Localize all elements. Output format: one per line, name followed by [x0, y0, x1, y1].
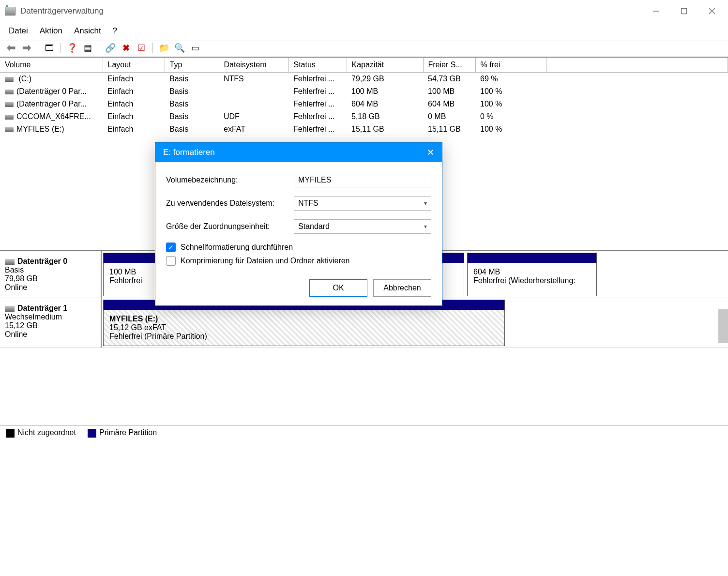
- col-freespace[interactable]: Freier S...: [423, 58, 475, 73]
- check-icon[interactable]: ☑: [135, 42, 148, 54]
- legend-primary-label: Primäre Partition: [99, 428, 157, 437]
- volume-label-label: Volumebezeichnung:: [166, 176, 294, 184]
- format-dialog: E: formatieren ✕ Volumebezeichnung: Zu v…: [155, 142, 442, 306]
- column-headers: Volume Layout Typ Dateisystem Status Kap…: [0, 58, 728, 73]
- folder-search-icon[interactable]: 🔍: [173, 42, 186, 54]
- svg-rect-1: [682, 9, 687, 14]
- menu-action[interactable]: Aktion: [40, 26, 62, 36]
- cancel-button[interactable]: Abbrechen: [373, 279, 431, 297]
- disk-icon: [5, 259, 15, 265]
- partition[interactable]: MYFILES (E:)15,12 GB exFATFehlerfrei (Pr…: [103, 300, 505, 346]
- toolbar: ⬅ ➡ 🗔 ❓ ▤ 🔗 ✖ ☑ 📁 🔍 ▭: [0, 41, 728, 58]
- col-status[interactable]: Status: [288, 58, 347, 73]
- filesystem-select[interactable]: NTFS ▾: [294, 196, 431, 211]
- disk-icon: [5, 115, 14, 120]
- table-row[interactable]: (C:)EinfachBasisNTFSFehlerfrei ...79,29 …: [0, 73, 728, 86]
- table-row[interactable]: (Datenträger 0 Par...EinfachBasisFehlerf…: [0, 85, 728, 98]
- legend-primary-swatch: [88, 429, 96, 438]
- legend-unallocated-swatch: [6, 429, 15, 438]
- partition[interactable]: 604 MBFehlerfrei (Wiederherstellung:: [467, 253, 597, 296]
- window-title: Datenträgerverwaltung: [20, 6, 104, 16]
- ok-button[interactable]: OK: [309, 279, 367, 297]
- help-icon[interactable]: ❓: [66, 42, 78, 54]
- properties-icon[interactable]: ▭: [189, 42, 201, 54]
- table-row[interactable]: CCCOMA_X64FRE...EinfachBasisUDFFehlerfre…: [0, 110, 728, 123]
- maximize-button[interactable]: [670, 1, 698, 21]
- show-hide-icon[interactable]: 🗔: [43, 42, 56, 54]
- disk-icon: [5, 90, 14, 94]
- menubar: Datei Aktion Ansicht ?: [0, 22, 728, 41]
- minimize-button[interactable]: [642, 1, 670, 21]
- quick-format-checkbox[interactable]: ✓: [166, 243, 176, 252]
- col-volume[interactable]: Volume: [0, 58, 103, 73]
- menu-help[interactable]: ?: [113, 26, 117, 36]
- titlebar: Datenträgerverwaltung: [0, 0, 728, 22]
- delete-icon[interactable]: ✖: [120, 42, 132, 54]
- dialog-close-button[interactable]: ✕: [427, 147, 434, 158]
- menu-file[interactable]: Datei: [9, 26, 28, 36]
- close-button[interactable]: [698, 1, 726, 21]
- chevron-down-icon: ▾: [424, 200, 427, 207]
- legend: Nicht zugeordnet Primäre Partition: [0, 425, 728, 440]
- disk-icon: [5, 77, 14, 82]
- app-icon: [5, 7, 15, 15]
- forward-button[interactable]: ➡: [20, 42, 33, 54]
- quick-format-label: Schnellformatierung durchführen: [181, 243, 293, 252]
- filesystem-value: NTFS: [298, 199, 318, 208]
- allocation-select[interactable]: Standard ▾: [294, 219, 431, 234]
- compression-checkbox[interactable]: [166, 256, 176, 266]
- action-list-icon[interactable]: ▤: [81, 42, 94, 54]
- volume-label-input[interactable]: [294, 173, 431, 187]
- folder-up-icon[interactable]: 📁: [158, 42, 170, 54]
- table-row[interactable]: MYFILES (E:)EinfachBasisexFATFehlerfrei …: [0, 123, 728, 136]
- dialog-titlebar: E: formatieren ✕: [155, 143, 442, 162]
- col-type[interactable]: Typ: [165, 58, 219, 73]
- compression-label: Komprimierung für Dateien und Ordner akt…: [181, 257, 350, 265]
- disk-icon: [5, 127, 14, 132]
- disk-info: Datenträger 0Basis79,98 GBOnline: [0, 251, 102, 298]
- allocation-value: Standard: [298, 222, 330, 231]
- menu-view[interactable]: Ansicht: [74, 26, 101, 36]
- table-row[interactable]: (Datenträger 0 Par...EinfachBasisFehlerf…: [0, 98, 728, 110]
- dialog-title: E: formatieren: [163, 148, 215, 157]
- col-pctfree[interactable]: % frei: [475, 58, 546, 73]
- col-filesystem[interactable]: Dateisystem: [219, 58, 288, 73]
- chevron-down-icon: ▾: [424, 223, 427, 230]
- connect-icon[interactable]: 🔗: [104, 42, 117, 54]
- disk-icon: [5, 102, 14, 107]
- back-button[interactable]: ⬅: [5, 42, 17, 54]
- window-controls: [642, 1, 726, 21]
- disk-icon: [5, 306, 15, 312]
- col-layout[interactable]: Layout: [103, 58, 165, 73]
- allocation-label: Größe der Zuordnungseinheit:: [166, 222, 294, 231]
- scrollbar-thumb[interactable]: [718, 309, 728, 343]
- disk-info: Datenträger 1Wechselmedium15,12 GBOnline: [0, 298, 102, 348]
- col-capacity[interactable]: Kapazität: [347, 58, 423, 73]
- filesystem-label: Zu verwendendes Dateisystem:: [166, 199, 294, 208]
- legend-unallocated-label: Nicht zugeordnet: [17, 428, 76, 437]
